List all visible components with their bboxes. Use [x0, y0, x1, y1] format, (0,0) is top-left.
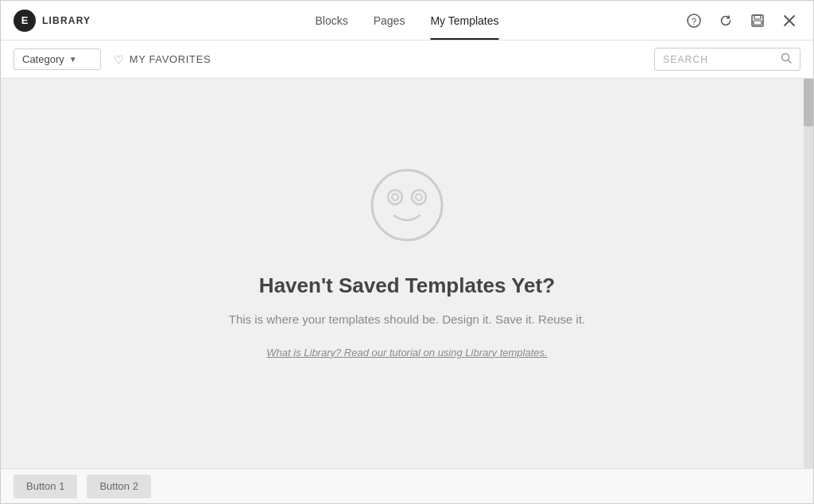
refresh-icon-button[interactable]: [715, 10, 737, 32]
empty-state-title: Haven't Saved Templates Yet?: [259, 273, 555, 298]
svg-point-13: [416, 194, 422, 200]
help-icon-button[interactable]: ?: [683, 10, 705, 32]
footer-button-1[interactable]: Button 1: [14, 475, 77, 498]
svg-text:?: ?: [692, 16, 696, 25]
logo-icon: E: [14, 10, 36, 32]
logo-area: E LIBRARY: [14, 10, 109, 32]
save-icon-button[interactable]: [746, 10, 769, 32]
svg-rect-4: [754, 21, 762, 25]
tab-pages[interactable]: Pages: [374, 1, 405, 40]
search-icon[interactable]: [781, 52, 792, 66]
smiley-icon: [367, 165, 447, 245]
favorites-label: MY FAVORITES: [130, 53, 211, 65]
svg-line-8: [789, 60, 792, 64]
tab-my-templates[interactable]: My Templates: [430, 1, 498, 40]
empty-state-subtitle: This is where your templates should be. …: [229, 312, 586, 326]
favorites-button[interactable]: ♡ MY FAVORITES: [114, 53, 211, 66]
toolbar: Category ▼ ♡ MY FAVORITES: [1, 41, 813, 79]
footer-bar: Button 1 Button 2: [1, 468, 813, 503]
scrollbar-thumb[interactable]: [804, 79, 813, 126]
category-label: Category: [22, 53, 64, 65]
search-area: [654, 48, 800, 71]
category-dropdown[interactable]: Category ▼: [14, 48, 101, 70]
nav-tabs: Blocks Pages My Templates: [315, 1, 498, 40]
content-area: Haven't Saved Templates Yet? This is whe…: [1, 79, 813, 468]
tab-blocks[interactable]: Blocks: [315, 1, 347, 40]
svg-point-9: [372, 170, 442, 240]
search-input[interactable]: [663, 54, 774, 65]
scrollbar-track[interactable]: [804, 79, 813, 468]
header-actions: ?: [683, 10, 800, 32]
footer-button-2[interactable]: Button 2: [87, 475, 150, 498]
dropdown-arrow-icon: ▼: [69, 55, 77, 64]
empty-state: Haven't Saved Templates Yet? This is whe…: [229, 165, 586, 382]
app-title: LIBRARY: [42, 15, 91, 26]
svg-point-10: [388, 190, 402, 204]
header: E LIBRARY Blocks Pages My Templates ?: [1, 1, 813, 41]
heart-icon: ♡: [114, 53, 125, 66]
svg-point-12: [412, 190, 426, 204]
svg-point-11: [392, 194, 398, 200]
empty-state-link[interactable]: What is Library? Read our tutorial on us…: [266, 347, 547, 359]
close-icon-button[interactable]: [778, 10, 800, 32]
